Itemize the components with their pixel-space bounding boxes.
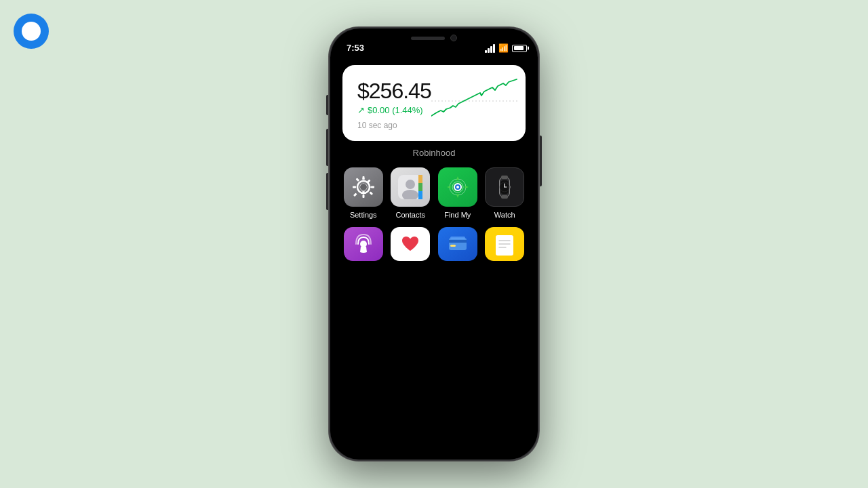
svg-point-33: [360, 241, 367, 247]
change-value: $0.00 (1.44%): [368, 105, 423, 115]
podcasts-icon[interactable]: [344, 227, 383, 261]
svg-rect-5: [362, 195, 364, 198]
battery-icon: [512, 45, 527, 52]
svg-rect-4: [362, 176, 364, 180]
front-camera: [450, 35, 457, 41]
speaker: [411, 37, 445, 40]
contacts-icon[interactable]: [391, 167, 430, 207]
widget-change: ↗ $0.00 (1.44%): [357, 105, 431, 115]
svg-rect-16: [418, 175, 422, 183]
phone-screen: 7:53 📶: [330, 28, 538, 460]
siri-icon[interactable]: [14, 14, 49, 49]
svg-rect-8: [355, 178, 359, 182]
power-button: [539, 136, 542, 186]
watch-label: Watch: [494, 211, 515, 219]
signal-icon: [485, 44, 495, 53]
svg-rect-38: [496, 235, 513, 256]
svg-rect-11: [369, 191, 373, 195]
svg-rect-7: [371, 186, 374, 188]
svg-rect-17: [418, 183, 422, 191]
app-item-settings[interactable]: Settings: [342, 167, 384, 219]
notch: [390, 28, 478, 47]
svg-rect-18: [418, 191, 422, 199]
app-item-health[interactable]: [390, 227, 432, 261]
findmy-icon[interactable]: [438, 167, 477, 207]
robinhood-widget[interactable]: $256.45 ↗ $0.00 (1.44%) 10 sec ago: [342, 65, 526, 141]
watch-icon[interactable]: [485, 167, 524, 207]
app-item-wallet[interactable]: [437, 227, 479, 261]
app-item-podcasts[interactable]: [342, 227, 384, 261]
screen-content: $256.45 ↗ $0.00 (1.44%) 10 sec ago: [330, 57, 538, 460]
settings-icon[interactable]: [344, 167, 383, 207]
notes-icon[interactable]: [485, 227, 524, 261]
svg-point-3: [360, 184, 367, 190]
phone-frame: 7:53 📶: [329, 27, 539, 461]
widget-price: $256.45: [357, 79, 431, 104]
app-grid-row1: Settings: [342, 167, 526, 219]
app-grid-row2: [342, 227, 526, 261]
svg-point-13: [406, 180, 415, 189]
app-item-contacts[interactable]: Contacts: [390, 167, 432, 219]
contacts-label: Contacts: [396, 211, 425, 219]
change-arrow: ↗: [357, 105, 365, 115]
svg-rect-27: [501, 195, 508, 199]
app-item-notes[interactable]: [484, 227, 526, 261]
battery-fill: [514, 46, 524, 50]
app-item-watch[interactable]: Watch: [484, 167, 526, 219]
settings-label: Settings: [350, 211, 377, 219]
wallet-icon[interactable]: [438, 227, 477, 261]
svg-rect-35: [449, 240, 467, 243]
widget-time: 10 sec ago: [357, 121, 431, 130]
svg-rect-34: [449, 238, 467, 250]
svg-rect-32: [509, 186, 511, 188]
phone-body: 7:53 📶: [329, 27, 539, 461]
wifi-icon: 📶: [498, 43, 509, 53]
svg-rect-10: [353, 193, 357, 197]
widget-left: $256.45 ↗ $0.00 (1.44%) 10 sec ago: [357, 79, 431, 130]
widget-chart: [431, 75, 519, 123]
findmy-label: Find My: [444, 211, 471, 219]
app-item-findmy[interactable]: Find My: [437, 167, 479, 219]
svg-rect-36: [450, 245, 456, 247]
svg-rect-37: [450, 237, 465, 239]
svg-rect-26: [501, 176, 508, 179]
svg-point-23: [456, 186, 459, 188]
health-icon[interactable]: [391, 227, 430, 261]
widget-app-label: Robinhood: [413, 148, 456, 158]
status-icons: 📶: [485, 43, 527, 53]
svg-rect-6: [353, 186, 356, 188]
